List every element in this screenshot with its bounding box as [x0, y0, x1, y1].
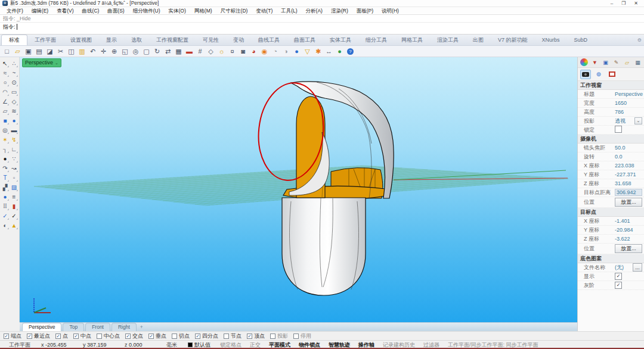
raytraced-display-icon[interactable]: ●	[292, 46, 302, 56]
property-value[interactable]: -1.401	[615, 218, 642, 224]
menu-help[interactable]: 说明(H)	[377, 7, 403, 15]
status-toggle[interactable]: 锁定格点	[216, 341, 246, 349]
properties-icon[interactable]: ◪	[45, 46, 55, 56]
extrude-icon[interactable]: ≡	[10, 192, 18, 201]
hatch-icon[interactable]: ▨	[10, 182, 18, 192]
tab-display[interactable]: 显示	[99, 35, 124, 45]
tab-set-view[interactable]: 设置视图	[63, 35, 99, 45]
checkbox-icon[interactable]	[270, 334, 275, 339]
osnap-toggle[interactable]: 顶点	[247, 332, 265, 340]
property-value[interactable]: 50.0	[615, 145, 642, 151]
property-control[interactable]	[634, 117, 642, 124]
display-panel-icon[interactable]: ▣	[602, 58, 609, 66]
properties-panel-icon[interactable]	[580, 58, 588, 66]
minimize-button[interactable]: –	[611, 1, 613, 7]
menu-panels[interactable]: 面板(P)	[352, 7, 377, 15]
property-value[interactable]: -20.984	[615, 227, 642, 233]
zoom-selected-icon[interactable]: ◎	[131, 46, 141, 56]
viewport-title-label[interactable]: Perspective⌄	[22, 58, 61, 67]
status-toggle[interactable]: 操作轴	[354, 341, 379, 349]
visibility-icon[interactable]: ✓	[1, 211, 10, 220]
tab-mesh-tools[interactable]: 网格工具	[394, 35, 430, 45]
property-value[interactable]: 透视	[615, 117, 634, 125]
menu-file[interactable]: 文件(F)	[2, 7, 27, 15]
libraries-panel-icon[interactable]: ▱	[623, 58, 631, 66]
pan-view-icon[interactable]: ⇄	[163, 46, 173, 56]
cut-icon[interactable]: ✂	[55, 46, 66, 56]
measure-icon[interactable]: ↔	[324, 46, 334, 56]
control-point-curve-icon[interactable]: ~	[10, 68, 18, 77]
spotlight-icon[interactable]: ¤	[227, 46, 237, 56]
units-label[interactable]: 毫米	[161, 341, 182, 349]
status-toggle[interactable]: 记录建构历史	[379, 341, 419, 349]
torus-icon[interactable]: ◎	[1, 125, 10, 135]
array-icon[interactable]: ⠿	[1, 201, 10, 211]
zoom-extents-icon[interactable]: ▢	[141, 46, 151, 56]
lamp-icon[interactable]: ☼	[216, 46, 227, 56]
rendering-panel-icon[interactable]: ▦	[634, 58, 642, 66]
osnap-toggle[interactable]: 最近点	[27, 332, 50, 340]
property-value[interactable]: -227.371	[615, 172, 642, 177]
property-value[interactable]	[615, 273, 642, 280]
polygon-icon[interactable]: ◇	[10, 96, 18, 106]
surface-icon[interactable]: ▱	[1, 106, 10, 116]
fillet-icon[interactable]: ┐	[1, 144, 10, 154]
menu-transform[interactable]: 变动(T)	[252, 7, 277, 15]
annotation-dot-icon[interactable]: ▫	[10, 173, 18, 182]
xray-display-icon[interactable]: ◑	[281, 46, 291, 56]
tab-transform[interactable]: 变动	[226, 35, 251, 45]
menu-render[interactable]: 渲染(R)	[327, 7, 352, 15]
vtab-right[interactable]: Right	[112, 323, 137, 331]
tabbar-gear-icon[interactable]: ⚙	[637, 38, 642, 43]
property-value[interactable]: (无)	[615, 264, 633, 272]
tab-viewport-layout[interactable]: 工作视窗配置	[149, 35, 196, 45]
notes-panel-icon[interactable]: ✎	[612, 58, 620, 66]
open-file-icon[interactable]: ▱	[13, 46, 23, 56]
vtab-front[interactable]: Front	[85, 323, 110, 331]
property-value[interactable]: Perspective	[615, 91, 643, 97]
block-icon[interactable]: ▮	[10, 201, 18, 211]
menu-solid[interactable]: 实体(O)	[165, 7, 190, 15]
lock-icon[interactable]: ◙	[238, 46, 248, 56]
menu-dimension[interactable]: 尺寸标注(D)	[216, 7, 252, 15]
loft-icon[interactable]: ≋	[10, 106, 18, 116]
vtab-perspective[interactable]: Perspective	[22, 323, 61, 331]
status-toggle[interactable]: 过滤器	[419, 341, 444, 349]
polyline-icon[interactable]: ∠	[1, 96, 10, 106]
checkbox-icon[interactable]	[4, 334, 9, 339]
capsule-model[interactable]	[254, 80, 394, 295]
circle-icon[interactable]: ○	[1, 77, 10, 87]
property-value[interactable]: 223.038	[615, 163, 642, 169]
osnap-toggle[interactable]: 四分点	[195, 332, 218, 340]
property-value[interactable]: 0.0	[615, 154, 642, 160]
checkbox-icon[interactable]	[293, 334, 299, 339]
osnap-toggle[interactable]: 中点	[73, 332, 91, 340]
tab-solid-tools[interactable]: 实体工具	[323, 35, 358, 45]
ellipse-icon[interactable]: ⊙	[10, 77, 18, 87]
tab-standard[interactable]: 标准	[1, 35, 27, 45]
viewport-properties-icon[interactable]	[580, 70, 591, 79]
point-cloud-icon[interactable]: ∵	[10, 154, 18, 163]
status-toggle[interactable]: 工作平面/同步工作平面: 同步工作平面	[444, 341, 543, 349]
selection-filter-icon[interactable]: ▽	[302, 46, 312, 56]
status-toggle[interactable]: 物件锁点	[295, 341, 324, 349]
osnap-toggle[interactable]: 节点	[224, 332, 242, 340]
property-control[interactable]: 放置...	[615, 244, 642, 253]
tab-subd-tools[interactable]: 细分工具	[358, 35, 394, 45]
group-icon[interactable]: ▞	[1, 182, 10, 192]
checkbox-icon[interactable]	[125, 334, 131, 339]
named-views-icon[interactable]: ▬	[184, 46, 194, 56]
pan-icon[interactable]: ✛	[98, 46, 109, 56]
menu-tools[interactable]: 工具(L)	[277, 7, 301, 15]
vtab-new[interactable]: +	[138, 323, 145, 331]
menu-analyze[interactable]: 分析(A)	[302, 7, 327, 15]
property-control[interactable]: ...	[633, 263, 642, 272]
menu-view[interactable]: 查看(V)	[52, 7, 78, 15]
checkbox-icon[interactable]	[97, 334, 102, 339]
zoom-window-icon[interactable]: ◱	[120, 46, 130, 56]
rectangle-icon[interactable]: ▭	[10, 87, 18, 96]
rotate-view-icon[interactable]: ↻	[152, 46, 162, 56]
checkbox-icon[interactable]	[247, 334, 252, 339]
menu-mesh[interactable]: 网格(M)	[190, 7, 216, 15]
tab-render-tools[interactable]: 渲染工具	[430, 35, 466, 45]
